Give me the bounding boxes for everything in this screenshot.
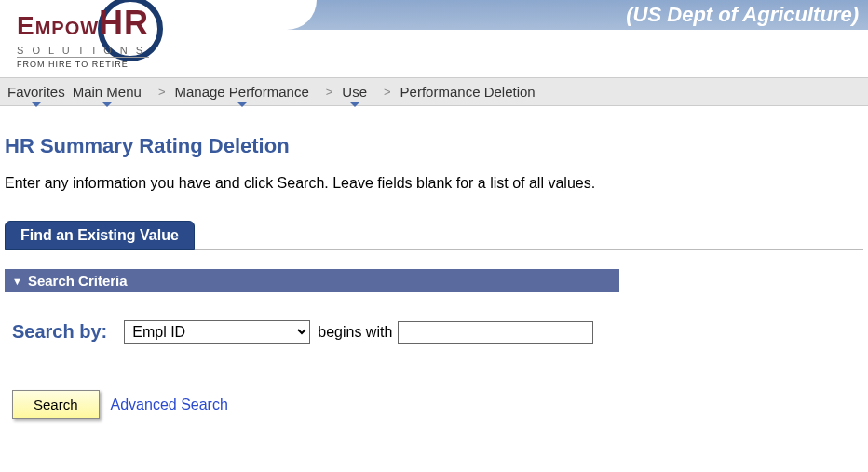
tab-row: Find an Existing Value: [5, 220, 863, 250]
logo-area: EmpowHR S O L U T I O N S FROM HIRE TO R…: [0, 4, 868, 77]
logo: EmpowHR S O L U T I O N S FROM HIRE TO R…: [17, 4, 149, 69]
search-row: Search by: Empl ID begins with: [5, 292, 863, 381]
chevron-right-icon: >: [326, 85, 333, 99]
page-title: HR Summary Rating Deletion: [5, 134, 863, 158]
search-button[interactable]: Search: [12, 390, 100, 419]
chevron-right-icon: >: [384, 85, 391, 99]
logo-text-2: HR: [99, 4, 149, 42]
logo-subtitle-1: S O L U T I O N S: [17, 45, 149, 56]
page-content: HR Summary Rating Deletion Enter any inf…: [0, 106, 868, 447]
logo-text-1: Empow: [17, 11, 99, 40]
operator-label: begins with: [318, 324, 392, 341]
search-criteria-header[interactable]: ▼ Search Criteria: [5, 269, 619, 292]
breadcrumb-manage-performance[interactable]: Manage Performance: [174, 84, 308, 100]
button-row: Search Advanced Search: [5, 381, 863, 428]
breadcrumb: Favorites Main Menu > Manage Performance…: [0, 77, 868, 106]
collapse-arrow-icon: ▼: [12, 276, 22, 287]
breadcrumb-favorites[interactable]: Favorites: [7, 84, 65, 100]
search-by-label: Search by:: [12, 321, 107, 343]
chevron-right-icon: >: [158, 85, 166, 99]
criteria-header-label: Search Criteria: [28, 273, 128, 289]
breadcrumb-performance-deletion[interactable]: Performance Deletion: [400, 84, 536, 100]
advanced-search-link[interactable]: Advanced Search: [111, 397, 228, 413]
breadcrumb-use[interactable]: Use: [342, 84, 367, 100]
search-input[interactable]: [398, 321, 593, 344]
logo-subtitle-2: FROM HIRE TO RETIRE: [17, 57, 149, 69]
page-instruction: Enter any information you have and click…: [5, 175, 863, 192]
tab-find-existing[interactable]: Find an Existing Value: [5, 221, 195, 250]
search-by-select[interactable]: Empl ID: [124, 320, 310, 344]
breadcrumb-main-menu[interactable]: Main Menu: [73, 84, 142, 100]
